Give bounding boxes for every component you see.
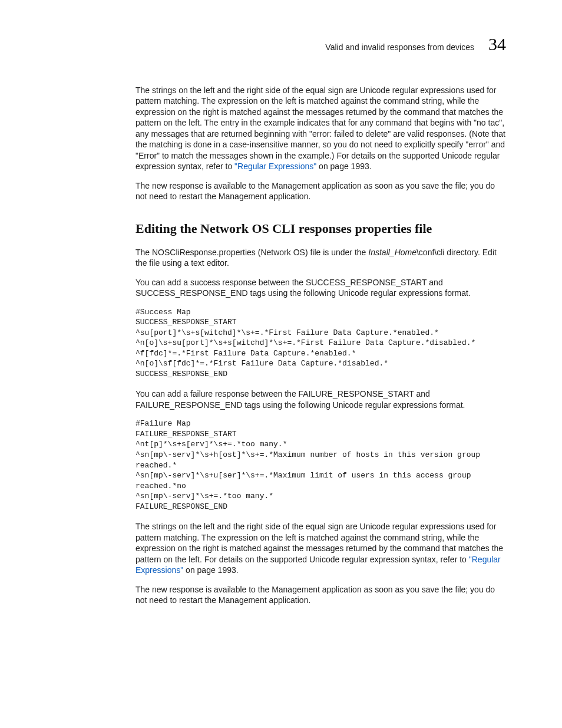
paragraph-failure-desc: You can add a failure response between t… — [135, 388, 506, 410]
page-body: Valid and invalid responses from devices… — [0, 0, 562, 650]
text: The NOSCliResponse.properties (Network O… — [135, 248, 368, 257]
code-success-map: #Success Map SUCCESS_RESPONSE_START ^su[… — [135, 307, 506, 380]
paragraph-success-desc: You can add a success response between t… — [135, 277, 506, 299]
paragraph-intro: The strings on the left and the right si… — [135, 85, 506, 172]
code-failure-map: #Failure Map FAILURE_RESPONSE_START ^nt[… — [135, 419, 506, 512]
paragraph-file-loc: The NOSCliResponse.properties (Network O… — [135, 247, 506, 269]
text: The strings on the left and the right si… — [135, 522, 503, 564]
text: on page 1993. — [316, 162, 371, 171]
link-regex-1[interactable]: "Regular Expressions" — [234, 162, 316, 171]
chapter-number: 34 — [488, 35, 506, 53]
page-header: Valid and invalid responses from devices… — [135, 35, 506, 53]
header-title: Valid and invalid responses from devices — [325, 42, 474, 52]
install-home-path: Install_Home — [368, 248, 416, 257]
text: on page 1993. — [183, 565, 238, 575]
paragraph-note-2: The new response is available to the Man… — [135, 584, 506, 606]
paragraph-explain: The strings on the left and the right si… — [135, 521, 506, 575]
paragraph-note-1: The new response is available to the Man… — [135, 180, 506, 202]
section-heading: Editing the Network OS CLI responses pro… — [135, 221, 506, 236]
text: The strings on the left and the right si… — [135, 85, 505, 171]
